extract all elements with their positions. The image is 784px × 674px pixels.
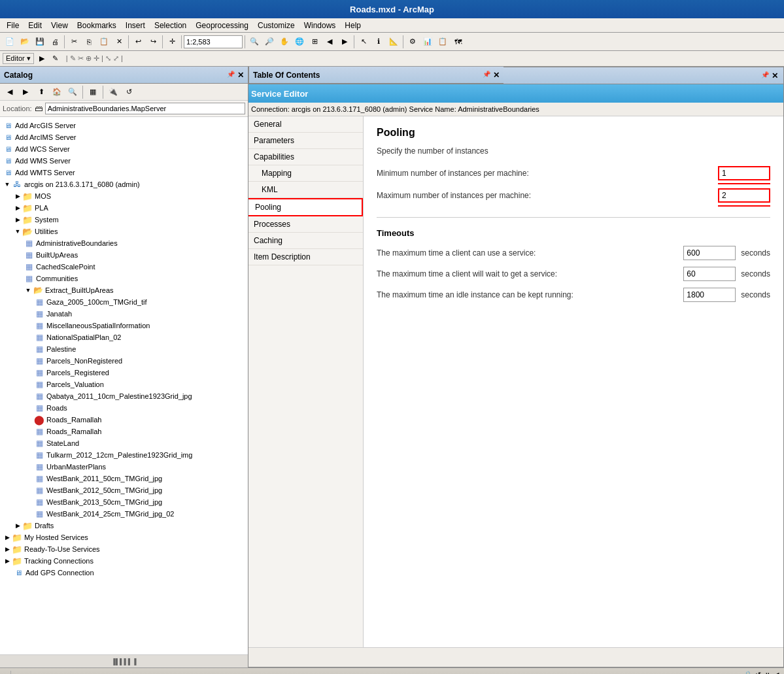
catalog-view[interactable]: ▦ [86,85,100,99]
tree-add-wcs[interactable]: 🖥 Add WCS Server [0,143,248,155]
catalog-forward[interactable]: ▶ [18,85,33,99]
tree-qabatya[interactable]: ▦ Qabatya_2011_10cm_Palestine1923Grid_jp… [0,390,248,402]
tree-system[interactable]: ▶ 📁 System [0,214,248,226]
tree-add-wms[interactable]: 🖥 Add WMS Server [0,155,248,167]
drafts-expander[interactable]: ▶ [13,521,22,530]
catalog-refresh[interactable]: ↺ [122,85,136,99]
menu-insert[interactable]: Insert [122,20,149,31]
identify-btn[interactable]: ℹ [371,35,386,49]
nav-parameters[interactable]: Parameters [246,133,363,149]
tree-westbank-2013[interactable]: ▦ WestBank_2013_50cm_TMGrid_jpg [0,496,248,508]
forward-btn[interactable]: ▶ [337,35,352,49]
move-btn[interactable]: ✛ [165,35,179,49]
back-btn[interactable]: ◀ [322,35,337,49]
tree-extract-builtupareas[interactable]: ▼ 📂 Extract_BuiltUpAreas [0,284,248,296]
menu-selection[interactable]: Selection [150,20,190,31]
tree-pla[interactable]: ▶ 📁 PLA [0,202,248,214]
toc-close-icon[interactable]: ✕ [493,71,500,80]
tree-ready-to-use[interactable]: ▶ 📁 Ready-To-Use Services [0,543,248,555]
extra2-btn[interactable]: 📊 [420,35,435,49]
tree-builtupareas[interactable]: ▦ BuiltUpAreas [0,249,248,261]
scale-input[interactable] [184,35,243,48]
tree-gaza[interactable]: ▦ Gaza_2005_100cm_TMGrid_tif [0,296,248,308]
redo-btn[interactable]: ↪ [146,35,160,49]
tree-cachedscalepoint[interactable]: ▦ CachedScalePoint [0,261,248,273]
tree-palestine[interactable]: ▦ Palestine [0,343,248,355]
delete-btn[interactable]: ✕ [112,35,126,49]
tree-communities[interactable]: ▦ Communities [0,273,248,284]
tree-national-plan[interactable]: ▦ NationalSpatialPlan_02 [0,331,248,343]
tree-roads-ramallah-red[interactable]: ⬤ Roads_Ramallah [0,414,248,426]
utilities-expander[interactable]: ▼ [13,227,22,236]
save-btn[interactable]: 💾 [33,35,47,49]
pla-expander[interactable]: ▶ [13,203,22,212]
nav-item-description[interactable]: Item Description [246,249,363,265]
print-btn[interactable]: 🖨 [48,35,62,49]
undo-btn[interactable]: ↩ [131,35,145,49]
tree-westbank-2011[interactable]: ▦ WestBank_2011_50cm_TMGrid_jpg [0,473,248,484]
catalog-search[interactable]: 🔍 [65,85,80,99]
tree-admin-boundaries[interactable]: ▦ AdministrativeBoundaries [0,237,248,249]
tree-janatah[interactable]: ▦ Janatah [0,308,248,320]
menu-file[interactable]: File [3,20,23,31]
new-btn[interactable]: 📄 [3,35,17,49]
nav-kml[interactable]: KML [246,182,363,198]
select-btn[interactable]: ↖ [356,35,371,49]
tree-roads[interactable]: ▦ Roads [0,402,248,414]
catalog-back[interactable]: ◀ [3,85,17,99]
zoom-out-btn[interactable]: 🔎 [262,35,277,49]
measure-btn[interactable]: 📐 [386,35,401,49]
tree-parcels-reg[interactable]: ▦ Parcels_Registered [0,367,248,379]
tree-drafts[interactable]: ▶ 📁 Drafts [0,520,248,531]
cut-btn[interactable]: ✂ [67,35,81,49]
nav-capabilities[interactable]: Capabilities [246,149,363,165]
tree-add-wmts[interactable]: 🖥 Add WMTS Server [0,167,248,178]
nav-processes[interactable]: Processes [246,216,363,233]
ready-to-use-expander[interactable]: ▶ [3,545,12,554]
tree-parcels-val[interactable]: ▦ Parcels_Valuation [0,379,248,390]
tree-mos[interactable]: ▶ 📁 MOS [0,190,248,202]
tree-utilities[interactable]: ▼ 📂 Utilities [0,226,248,237]
tree-my-hosted[interactable]: ▶ 📁 My Hosted Services [0,531,248,543]
extra3-btn[interactable]: 📋 [435,35,450,49]
tree-add-arcims[interactable]: 🖥 Add ArcIMS Server [0,131,248,143]
tree-add-arcgis[interactable]: 🖥 Add ArcGIS Server [0,120,248,131]
mos-expander[interactable]: ▶ [13,192,22,201]
catalog-home[interactable]: 🏠 [50,85,64,99]
menu-bookmarks[interactable]: Bookmarks [73,20,120,31]
editor-btn2[interactable]: ✎ [50,54,61,63]
toc-pin-icon[interactable]: 📌 [483,71,490,80]
tree-westbank-2012[interactable]: ▦ WestBank_2012_50cm_TMGrid_jpg [0,484,248,496]
globe-btn[interactable]: 🌐 [292,35,307,49]
zoom-full-btn[interactable]: ⊞ [307,35,322,49]
arcgis-server-expander[interactable]: ▼ [3,180,12,189]
catalog-pin-icon[interactable]: 📌 [227,71,235,80]
nav-lock-icon[interactable]: 🔒 [743,671,753,674]
menu-view[interactable]: View [47,20,72,31]
timeout1-input[interactable] [683,246,736,260]
extra1-btn[interactable]: ⚙ [405,35,420,49]
menu-customize[interactable]: Customize [254,20,299,31]
tree-add-gps[interactable]: 🖥 Add GPS Connection [0,567,248,579]
tree-tracking-conn[interactable]: ▶ 📁 Tracking Connections [0,555,248,567]
max-instances-input[interactable] [718,188,770,203]
catalog-scroll-bar[interactable]: ▐▌▌▌▌▐ [0,654,248,667]
tree-misc-spatial[interactable]: ▦ MiscellaneousSpatialInformation [0,320,248,331]
tree-parcels-nonreg[interactable]: ▦ Parcels_NonRegistered [0,355,248,367]
tree-westbank-2014[interactable]: ▦ WestBank_2014_25cm_TMGrid_jpg_02 [0,508,248,520]
timeout3-input[interactable] [683,288,736,302]
min-instances-input[interactable] [718,166,770,180]
menu-windows[interactable]: Windows [300,20,340,31]
tree-tulkarm[interactable]: ▦ Tulkarm_2012_12cm_Palestine1923Grid_im… [0,449,248,461]
extract-expander[interactable]: ▼ [24,286,33,295]
zoom-in-btn[interactable]: 🔍 [247,35,262,49]
tree-arcgis-server[interactable]: ▼ 🖧 arcgis on 213.6.3.171_6080 (admin) [0,178,248,190]
menu-edit[interactable]: Edit [24,20,46,31]
catalog-close-icon[interactable]: ✕ [237,71,244,80]
my-hosted-expander[interactable]: ▶ [3,533,12,542]
open-btn[interactable]: 📂 [18,35,32,49]
timeout2-input[interactable] [683,267,736,281]
extra4-btn[interactable]: 🗺 [451,35,465,49]
catalog-conn[interactable]: 🔌 [106,85,120,99]
editor-btn1[interactable]: ▶ [37,54,47,63]
